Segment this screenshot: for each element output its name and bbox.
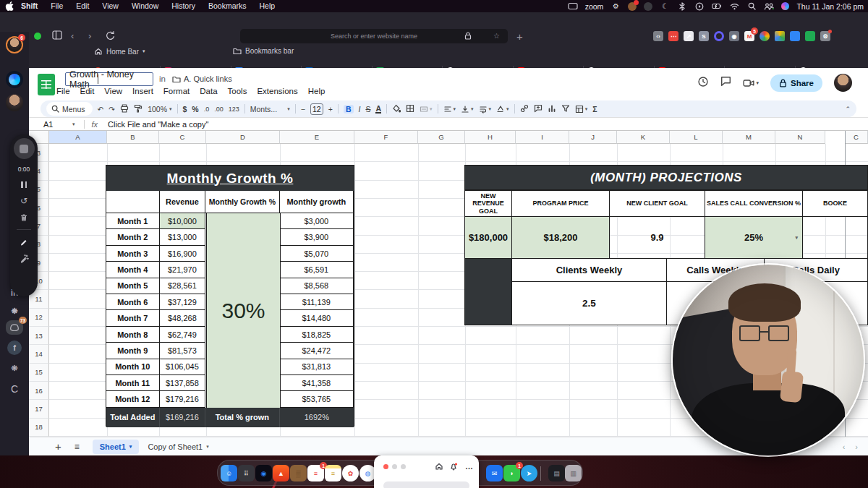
photos-extension-icon[interactable] xyxy=(760,31,770,41)
eye-extension-icon[interactable]: ◉ xyxy=(729,31,739,41)
new-client-goal-header[interactable]: NEW CLIENT GOAL xyxy=(610,190,705,217)
sheets-menu-edit[interactable]: Edit xyxy=(80,87,95,98)
launchpad-dock-icon[interactable]: ⠿ xyxy=(238,465,255,481)
name-box-caret-icon[interactable]: ▾ xyxy=(72,121,75,127)
month-label-cell[interactable]: Month 1 xyxy=(106,213,160,229)
monthly-growth-cell[interactable]: $3,000 xyxy=(280,213,354,229)
menubar-app-name[interactable]: Shift xyxy=(14,0,44,12)
menu-history[interactable]: History xyxy=(165,0,202,12)
menubar-clock[interactable]: Thu 11 Jan 2:06 pm xyxy=(796,2,864,11)
redo-icon[interactable]: ↷ xyxy=(109,105,115,114)
sheets-menu-extensions[interactable]: Extensions xyxy=(257,87,297,98)
program-price-header[interactable]: PROGRAM PRICE xyxy=(512,190,610,217)
pause-icon[interactable] xyxy=(21,179,27,189)
functions-button[interactable]: Σ xyxy=(592,105,597,114)
sheets-menu-tools[interactable]: Tools xyxy=(228,87,247,98)
bookmark-star-icon[interactable]: ☆ xyxy=(493,32,500,40)
menus-search-button[interactable]: Menus xyxy=(46,102,93,116)
bold-button[interactable]: B xyxy=(344,105,354,114)
revenue-cell[interactable]: $106,045 xyxy=(160,359,206,375)
webcam-overlay[interactable] xyxy=(671,263,865,457)
meet-camera-icon[interactable]: ▾ xyxy=(743,79,760,87)
mail-dock-icon[interactable]: ✉ xyxy=(486,465,503,481)
strikethrough-button[interactable]: S xyxy=(365,105,370,114)
blank-header-cell[interactable] xyxy=(106,191,160,213)
brave-dock-icon[interactable]: ▲ xyxy=(273,465,289,481)
new-revenue-goal-header[interactable]: NEW REVENUE GOAL xyxy=(464,190,512,217)
column-header-H[interactable]: H xyxy=(465,131,516,144)
menu-help[interactable]: Help xyxy=(252,0,281,12)
row-header-12[interactable]: 12 xyxy=(29,309,49,327)
revenue-cell[interactable]: $21,970 xyxy=(160,262,206,278)
column-header-C[interactable]: C xyxy=(159,131,206,144)
monthly-growth-header-cell[interactable]: Monthly growth xyxy=(280,191,354,213)
insert-link-icon[interactable] xyxy=(520,104,529,114)
column-header-N[interactable]: N xyxy=(775,131,825,144)
monthly-growth-cell[interactable]: $11,139 xyxy=(280,294,354,310)
profile-avatar[interactable]: 6 xyxy=(6,36,23,53)
growth-pct-header-cell[interactable]: Monthly Growth % xyxy=(205,191,279,213)
total-added-value-cell[interactable]: $169,216 xyxy=(160,408,206,427)
play-icon[interactable] xyxy=(694,2,705,11)
close-icon[interactable] xyxy=(383,464,388,469)
column-header-I[interactable]: I xyxy=(516,131,569,144)
column-header-L[interactable]: L xyxy=(670,131,723,144)
menu-view[interactable]: View xyxy=(95,0,125,12)
menu-edit[interactable]: Edit xyxy=(69,0,95,12)
reload-icon[interactable] xyxy=(106,30,115,42)
monthly-growth-cell[interactable]: $6,591 xyxy=(280,262,354,278)
reminders-dock-icon[interactable]: ≡1 xyxy=(307,465,324,481)
collapse-toolbar-icon[interactable]: ⌃ xyxy=(845,106,851,113)
back-icon[interactable]: ‹ xyxy=(71,30,74,41)
merge-cells-icon[interactable]: ▾ xyxy=(420,105,433,114)
month-label-cell[interactable]: Month 11 xyxy=(106,375,160,391)
column-header-E[interactable]: E xyxy=(280,131,354,144)
loop-extension-icon[interactable] xyxy=(714,31,724,41)
text-color-button[interactable]: A xyxy=(375,105,381,114)
projections-title[interactable]: (MONTH) PROJECTIONS xyxy=(464,165,868,190)
revenue-cell[interactable]: $37,129 xyxy=(160,294,206,310)
column-header-M[interactable]: M xyxy=(723,131,775,144)
search-icon[interactable] xyxy=(746,2,757,11)
sales-call-conversion-header[interactable]: SALES CALL CONVERSION % xyxy=(705,190,803,217)
revenue-cell[interactable]: $16,900 xyxy=(160,246,206,262)
growth-pct-merged-cell[interactable]: 30% xyxy=(206,213,281,408)
growth-table-title[interactable]: Monthly Growth % xyxy=(106,166,354,191)
menu-file[interactable]: File xyxy=(44,0,69,12)
zoom-window-button[interactable] xyxy=(34,33,41,40)
share-button[interactable]: Share xyxy=(770,74,822,92)
monthly-growth-cell[interactable]: $8,568 xyxy=(280,278,354,294)
home-icon[interactable] xyxy=(435,462,443,472)
increase-font-button[interactable]: + xyxy=(328,105,333,114)
sheet-tab-copy[interactable]: Copy of Sheet1▾ xyxy=(139,442,217,451)
drive-extension-icon[interactable] xyxy=(775,31,785,41)
column-header-C[interactable]: C xyxy=(845,131,868,144)
pen-icon[interactable] xyxy=(20,236,28,247)
month-label-cell[interactable]: Month 7 xyxy=(106,310,160,326)
red-dots-extension-icon[interactable]: ⋯ xyxy=(668,31,678,41)
folder-app-dock-icon[interactable]: ▒ xyxy=(290,465,307,481)
scroll-left-icon[interactable]: ‹ xyxy=(843,442,846,451)
revenue-cell[interactable]: $179,216 xyxy=(160,391,206,407)
program-price-cell[interactable]: $18,200 xyxy=(512,217,610,259)
sheets-menu-data[interactable]: Data xyxy=(200,87,217,98)
finder-dock-icon[interactable]: ☺ xyxy=(221,465,237,481)
formula-content[interactable]: Click File and "Make a copy" xyxy=(108,120,208,129)
screenshot-dock-icon[interactable]: ▤ xyxy=(548,465,565,481)
column-header-F[interactable]: F xyxy=(354,131,418,144)
column-header-J[interactable]: J xyxy=(569,131,617,144)
borders-icon[interactable] xyxy=(406,104,414,114)
effects-icon[interactable] xyxy=(20,253,29,263)
sheets-logo-icon[interactable] xyxy=(38,74,55,95)
projections-dark-cell[interactable] xyxy=(464,259,512,325)
secondary-avatar[interactable] xyxy=(6,94,23,111)
row-header-16[interactable]: 16 xyxy=(29,382,49,400)
monthly-growth-cell[interactable]: $5,070 xyxy=(280,246,354,262)
sheets-menu-insert[interactable]: Insert xyxy=(132,87,153,98)
code-extension-icon[interactable]: ‹› xyxy=(653,31,663,41)
quick-links-folder[interactable]: A. Quick links xyxy=(172,74,232,83)
total-added-label-cell[interactable]: Total Added xyxy=(106,408,160,427)
table-views-icon[interactable]: ▾ xyxy=(575,105,588,114)
monthly-growth-cell[interactable]: $3,900 xyxy=(280,229,354,245)
italic-button[interactable]: I xyxy=(359,105,361,114)
